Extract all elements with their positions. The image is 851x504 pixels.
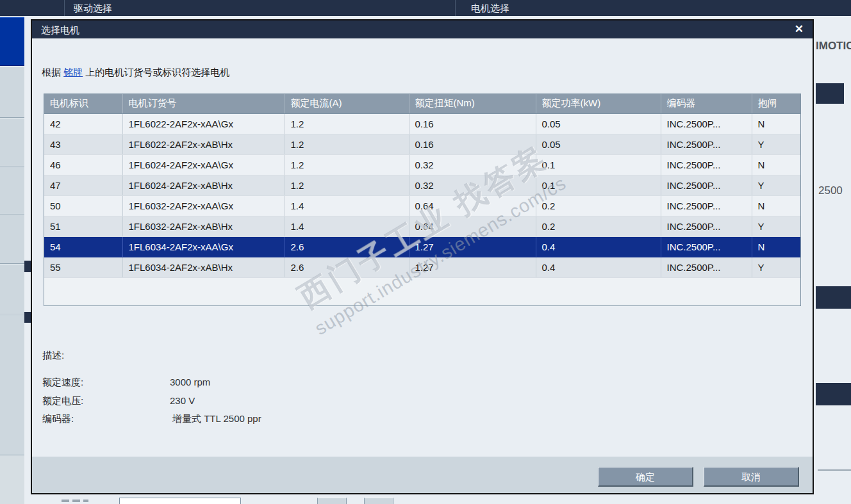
cancel-button[interactable]: 取消 (704, 467, 799, 487)
col-header-rated-torque[interactable]: 额定扭矩(Nm) (409, 94, 536, 113)
table-cell[interactable]: INC.2500P... (661, 175, 752, 195)
nav-item[interactable] (0, 66, 24, 118)
table-cell[interactable]: 2.6 (285, 236, 409, 257)
table-cell[interactable]: Y (752, 216, 800, 236)
table-cell[interactable]: 0.32 (409, 175, 536, 195)
dialog-title-bar: 选择电机 ✕ (32, 20, 813, 38)
table-cell[interactable]: 0.16 (409, 134, 536, 154)
cut-off-button[interactable] (317, 498, 347, 504)
right-panel-divider (818, 469, 851, 471)
nav-item[interactable] (0, 118, 24, 167)
tab-drive-selection[interactable]: 驱动选择 (74, 3, 112, 15)
nav-item[interactable] (0, 167, 24, 215)
dialog-title: 选择电机 (41, 24, 79, 37)
nameplate-link[interactable]: 铭牌 (63, 67, 83, 77)
table-cell[interactable]: 0.4 (536, 257, 661, 277)
table-cell[interactable]: INC.2500P... (661, 154, 752, 175)
nav-item[interactable] (0, 314, 24, 455)
table-cell[interactable]: 1FL6024-2AF2x-xAB\Hx (122, 175, 285, 195)
col-header-order-number[interactable]: 电机订货号 (122, 94, 285, 113)
table-cell[interactable]: 0.4 (536, 236, 661, 257)
nav-item[interactable] (0, 264, 24, 314)
close-icon[interactable]: ✕ (795, 22, 804, 36)
table-cell[interactable]: Y (752, 175, 800, 195)
table-row[interactable]: 501FL6032-2AF2x-xAA\Gx1.40.640.2INC.2500… (44, 195, 800, 216)
table-cell[interactable]: 0.2 (536, 195, 661, 216)
table-cell[interactable]: 0.2 (536, 216, 661, 236)
table-cell[interactable]: Y (752, 134, 800, 154)
table-row[interactable]: 461FL6024-2AF2x-xAA\Gx1.20.320.1INC.2500… (44, 154, 800, 175)
table-cell[interactable]: 43 (44, 134, 122, 154)
table-cell[interactable]: N (752, 113, 800, 134)
table-cell[interactable]: 2.6 (285, 257, 409, 277)
table-cell[interactable]: N (752, 154, 800, 175)
table-cell[interactable]: 54 (44, 236, 122, 257)
table-cell[interactable]: 0.64 (409, 216, 536, 236)
motor-table: 电机标识 电机订货号 额定电流(A) 额定扭矩(Nm) 额定功率(kW) 编码器… (44, 93, 801, 306)
table-row[interactable]: 471FL6024-2AF2x-xAB\Hx1.20.320.1INC.2500… (44, 175, 800, 195)
top-bar-divider (64, 0, 65, 16)
col-header-brake[interactable]: 抱闸 (752, 94, 800, 113)
table-cell[interactable]: 1.27 (409, 257, 536, 277)
table-cell[interactable]: 0.32 (409, 154, 536, 175)
top-bar-divider (455, 0, 456, 16)
rated-voltage-label: 额定电压: (42, 395, 83, 407)
col-header-motor-id[interactable]: 电机标识 (44, 94, 122, 113)
table-cell[interactable]: 1FL6032-2AF2x-xAB\Hx (122, 216, 285, 236)
table-cell[interactable]: 0.64 (409, 195, 536, 216)
table-cell[interactable]: Y (752, 257, 800, 277)
cut-off-button[interactable] (364, 498, 393, 504)
table-cell[interactable]: 50 (44, 195, 122, 216)
table-cell[interactable]: 1.2 (285, 134, 409, 154)
table-cell[interactable]: 1.4 (285, 195, 409, 216)
tab-motor-selection[interactable]: 电机选择 (471, 3, 509, 15)
table-cell[interactable]: 47 (44, 175, 122, 195)
table-cell[interactable]: INC.2500P... (661, 113, 752, 134)
table-row[interactable]: 551FL6034-2AF2x-xAB\Hx2.61.270.4INC.2500… (44, 257, 800, 277)
table-cell[interactable]: 0.1 (536, 154, 661, 175)
table-cell[interactable]: 0.05 (536, 134, 661, 154)
table-cell[interactable]: 1FL6032-2AF2x-xAA\Gx (122, 195, 285, 216)
table-cell[interactable]: N (752, 236, 800, 257)
cut-off-input-field[interactable] (119, 498, 241, 504)
table-cell[interactable]: N (752, 195, 800, 216)
table-cell[interactable]: 46 (44, 154, 122, 175)
table-cell[interactable]: 55 (44, 257, 122, 277)
encoder-value: 增量式 TTL 2500 ppr (172, 413, 261, 425)
table-cell[interactable]: INC.2500P... (661, 134, 752, 154)
table-cell[interactable]: 51 (44, 216, 122, 236)
table-cell[interactable]: 1FL6034-2AF2x-xAA\Gx (122, 236, 285, 257)
table-cell[interactable]: 1FL6022-2AF2x-xAB\Hx (122, 134, 285, 154)
ok-button[interactable]: 确定 (598, 467, 693, 487)
table-cell[interactable]: 1.2 (285, 154, 409, 175)
table-row[interactable]: 541FL6034-2AF2x-xAA\Gx2.61.270.4INC.2500… (44, 236, 800, 257)
table-cell[interactable]: 1.2 (285, 175, 409, 195)
right-panel-bar (816, 286, 851, 309)
table-cell[interactable]: 1FL6034-2AF2x-xAB\Hx (122, 257, 285, 277)
table-cell[interactable]: INC.2500P... (661, 257, 752, 277)
table-cell[interactable]: INC.2500P... (661, 236, 752, 257)
nav-item[interactable] (0, 215, 24, 264)
nav-item-selected[interactable] (0, 17, 24, 66)
table-cell[interactable]: 0.1 (536, 175, 661, 195)
motor-table-body: 421FL6022-2AF2x-xAA\Gx1.20.160.05INC.250… (44, 113, 800, 277)
table-row[interactable]: 431FL6022-2AF2x-xAB\Hx1.20.160.05INC.250… (44, 134, 800, 154)
col-header-encoder[interactable]: 编码器 (661, 94, 752, 113)
table-cell[interactable]: 42 (44, 113, 122, 134)
table-row[interactable]: 421FL6022-2AF2x-xAA\Gx1.20.160.05INC.250… (44, 113, 800, 134)
table-cell[interactable]: 1.27 (409, 236, 536, 257)
table-cell[interactable]: 0.16 (409, 113, 536, 134)
table-cell[interactable]: 1FL6022-2AF2x-xAA\Gx (122, 113, 285, 134)
table-cell[interactable]: 0.05 (536, 113, 661, 134)
col-header-rated-current[interactable]: 额定电流(A) (285, 94, 409, 113)
table-cell[interactable]: 1.4 (285, 216, 409, 236)
table-cell[interactable]: 1FL6024-2AF2x-xAA\Gx (122, 154, 285, 175)
table-cell[interactable]: 1.2 (285, 113, 409, 134)
encoder-label: 编码器: (42, 413, 74, 425)
col-header-rated-power[interactable]: 额定功率(kW) (536, 94, 661, 113)
simotics-cutoff-text: IMOTIC (816, 40, 851, 53)
dialog-footer: 确定 取消 (32, 457, 813, 493)
table-cell[interactable]: INC.2500P... (661, 195, 752, 216)
table-cell[interactable]: INC.2500P... (661, 216, 752, 236)
table-row[interactable]: 511FL6032-2AF2x-xAB\Hx1.40.640.2INC.2500… (44, 216, 800, 236)
